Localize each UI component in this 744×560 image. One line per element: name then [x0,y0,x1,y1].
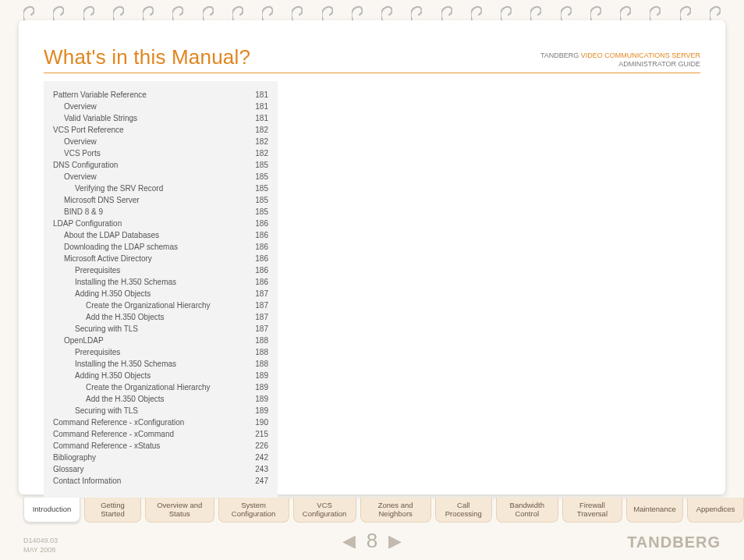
tab-appendices[interactable]: Appendices [687,498,744,523]
toc-entry-page: 181 [255,89,268,101]
toc-entry-label: Add the H.350 Objects [86,393,165,405]
toc-entry-label: Command Reference - xStatus [53,440,160,452]
toc-entry[interactable]: Adding H.350 Objects187 [53,288,268,299]
toc-entry-page: 188 [255,335,268,346]
toc-entry-page: 186 [255,276,268,288]
toc-entry-page: 189 [255,405,268,416]
toc-entry-label: Command Reference - xConfiguration [53,416,184,428]
toc-entry-page: 181 [255,112,268,124]
toc-entry[interactable]: Command Reference - xCommand215 [53,428,268,440]
toc-entry-label: Create the Organizational Hierarchy [86,299,211,311]
toc-entry-page: 242 [255,452,268,463]
tab-firewall-traversal[interactable]: Firewall Traversal [562,498,622,523]
toc-entry-page: 187 [255,323,268,335]
toc-entry-label: Adding H.350 Objects [75,370,151,381]
toc-entry-page: 185 [255,183,268,194]
toc-entry-label: About the LDAP Databases [64,229,159,241]
toc-entry[interactable]: Verifying the SRV Record185 [53,183,268,194]
toc-entry[interactable]: Downloading the LDAP schemas186 [53,241,268,253]
toc-entry-page: 215 [255,428,268,440]
tab-system-configuration[interactable]: System Configuration [218,498,289,523]
toc-entry-label: Command Reference - xCommand [53,428,174,440]
toc-entry[interactable]: Adding H.350 Objects189 [53,370,268,381]
toc-entry[interactable]: Glossary243 [53,463,268,475]
tab-overview-and-status[interactable]: Overview and Status [145,498,214,523]
tab-maintenance[interactable]: Maintenance [626,498,683,523]
toc-entry[interactable]: Securing with TLS187 [53,323,268,335]
page-title: What's in this Manual? [44,45,250,69]
header-brand: TANDBERG [540,51,579,59]
toc-entry[interactable]: Installing the H.350 Schemas186 [53,276,268,288]
toc-entry-page: 189 [255,381,268,393]
toc-entry[interactable]: Overview181 [53,101,268,112]
toc-entry-label: Overview [64,171,97,183]
toc-entry-label: Glossary [53,463,83,475]
toc-entry-label: Add the H.350 Objects [86,311,165,323]
toc-entry-label: DNS Configuration [53,159,118,171]
tab-bar: IntroductionGetting StartedOverview and … [23,498,744,523]
toc-entry-page: 185 [255,194,268,206]
toc-entry-page: 186 [255,218,268,229]
toc-entry-page: 182 [255,124,268,136]
tab-getting-started[interactable]: Getting Started [84,498,141,523]
toc-entry[interactable]: VCS Port Reference182 [53,124,268,136]
toc-entry[interactable]: OpenLDAP188 [53,335,268,346]
toc-entry[interactable]: Pattern Variable Reference181 [53,89,268,101]
tab-zones-and-neighbors[interactable]: Zones and Neighbors [360,498,431,523]
toc-entry-label: Securing with TLS [75,405,138,416]
toc-entry[interactable]: Create the Organizational Hierarchy189 [53,381,268,393]
toc-entry-page: 185 [255,171,268,183]
toc-entry-page: 187 [255,288,268,299]
toc-entry-label: Downloading the LDAP schemas [64,241,178,253]
toc-entry-page: 189 [255,393,268,405]
toc-entry[interactable]: VCS Ports182 [53,147,268,159]
toc-entry-label: Microsoft Active Directory [64,253,152,264]
tab-call-processing[interactable]: Call Processing [435,498,492,523]
brand-logo: TANDBERG [627,533,721,551]
tab-vcs-configuration[interactable]: VCS Configuration [293,498,356,523]
toc-entry-page: 186 [255,253,268,264]
toc-entry-page: 188 [255,358,268,370]
toc-entry[interactable]: Overview185 [53,171,268,183]
toc-entry-label: Prerequisites [75,264,120,276]
toc-entry[interactable]: LDAP Configuration186 [53,218,268,229]
toc-entry[interactable]: Create the Organizational Hierarchy187 [53,299,268,311]
toc-entry-page: 181 [255,101,268,112]
toc-entry[interactable]: About the LDAP Databases186 [53,229,268,241]
toc-entry[interactable]: Prerequisites188 [53,346,268,358]
toc-entry-label: Installing the H.350 Schemas [75,276,176,288]
prev-page-arrow-icon[interactable]: ◀ [342,531,356,551]
header-right: TANDBERG VIDEO COMMUNICATIONS SERVER ADM… [540,51,700,69]
toc-entry[interactable]: Command Reference - xStatus226 [53,440,268,452]
header-product: VIDEO COMMUNICATIONS SERVER [581,51,700,59]
toc-entry-label: Verifying the SRV Record [75,183,163,194]
toc-entry-page: 188 [255,346,268,358]
toc-entry-page: 187 [255,299,268,311]
toc-entry[interactable]: Command Reference - xConfiguration190 [53,416,268,428]
toc-entry[interactable]: Add the H.350 Objects189 [53,393,268,405]
page-header: What's in this Manual? TANDBERG VIDEO CO… [44,45,700,73]
toc-entry[interactable]: Installing the H.350 Schemas188 [53,358,268,370]
toc-entry[interactable]: Microsoft Active Directory186 [53,253,268,264]
toc-entry[interactable]: Microsoft DNS Server185 [53,194,268,206]
toc-entry[interactable]: Valid Variable Strings181 [53,112,268,124]
toc-entry-page: 189 [255,370,268,381]
toc-entry-page: 186 [255,241,268,253]
toc-entry-page: 226 [255,440,268,452]
toc-entry[interactable]: Securing with TLS189 [53,405,268,416]
toc-entry-page: 190 [255,416,268,428]
toc-entry[interactable]: Add the H.350 Objects187 [53,311,268,323]
toc-entry-label: Pattern Variable Reference [53,89,147,101]
toc-entry[interactable]: DNS Configuration185 [53,159,268,171]
toc-entry[interactable]: Prerequisites186 [53,264,268,276]
toc-entry[interactable]: Contact Information247 [53,475,268,487]
toc-entry-page: 185 [255,159,268,171]
toc-entry[interactable]: Bibliography242 [53,452,268,463]
toc-entry-label: OpenLDAP [64,335,104,346]
toc-entry[interactable]: BIND 8 & 9185 [53,206,268,218]
tab-bandwidth-control[interactable]: Bandwidth Control [496,498,558,523]
toc-entry[interactable]: Overview182 [53,136,268,147]
tab-introduction[interactable]: Introduction [23,498,80,523]
toc-entry-page: 187 [255,311,268,323]
next-page-arrow-icon[interactable]: ▶ [388,531,402,551]
